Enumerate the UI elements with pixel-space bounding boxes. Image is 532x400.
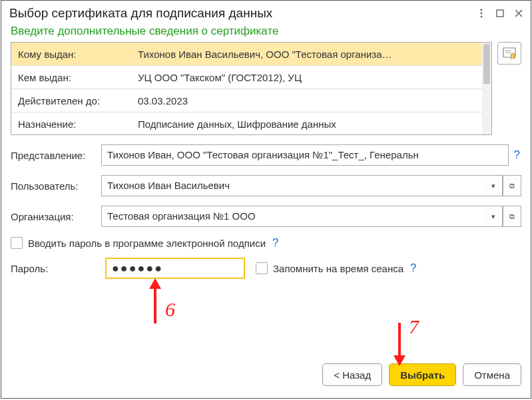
table-row[interactable]: Кому выдан: Тихонов Иван Васильевич, ООО… <box>11 43 482 66</box>
user-row: Пользователь: Тихонов Иван Васильевич ▾ … <box>11 175 521 196</box>
certificate-table[interactable]: Кому выдан: Тихонов Иван Васильевич, ООО… <box>11 42 492 135</box>
help-icon[interactable]: ? <box>271 236 280 250</box>
password-mode-row: Вводить пароль в программе электронной п… <box>11 236 521 250</box>
org-row: Организация: Тестовая организация №1 ООО… <box>11 206 521 227</box>
row-label: Кому выдан: <box>11 49 138 60</box>
help-icon[interactable]: ? <box>513 148 521 162</box>
titlebar: Выбор сертификата для подписания данных <box>1 1 531 23</box>
row-value: Подписание данных, Шифрование данных <box>138 118 482 130</box>
scroll-thumb[interactable] <box>483 44 490 84</box>
password-input[interactable]: ●●●●●● <box>105 258 245 279</box>
footer: < Назад Выбрать Отмена <box>11 357 521 391</box>
row-value: Тихонов Иван Васильевич, ООО "Тестовая о… <box>138 49 482 60</box>
annotation-number-7: 7 <box>409 315 419 338</box>
table-row[interactable]: Назначение: Подписание данных, Шифровани… <box>11 112 482 135</box>
row-label: Кем выдан: <box>11 72 138 83</box>
remember-label: Запомнить на время сеанса <box>273 263 403 274</box>
row-value: 03.03.2023 <box>138 95 482 106</box>
user-input[interactable]: Тихонов Иван Васильевич <box>101 175 484 196</box>
svg-point-0 <box>481 9 483 11</box>
table-row[interactable]: Кем выдан: УЦ ООО "Такском" (ГОСТ2012), … <box>11 66 482 89</box>
password-mode-checkbox[interactable] <box>11 237 23 249</box>
row-label: Действителен до: <box>11 95 138 106</box>
window-title: Выбор сертификата для подписания данных <box>9 6 476 21</box>
password-label: Пароль: <box>11 263 99 274</box>
scrollbar[interactable] <box>482 43 491 134</box>
table-row[interactable]: Действителен до: 03.03.2023 <box>11 89 482 112</box>
svg-rect-3 <box>497 10 503 17</box>
remember-checkbox[interactable] <box>256 262 268 274</box>
open-icon[interactable]: ⧉ <box>503 206 521 227</box>
close-icon[interactable] <box>513 8 524 19</box>
row-value: УЦ ООО "Такском" (ГОСТ2012), УЦ <box>138 72 482 83</box>
view-certificate-button[interactable] <box>497 42 521 65</box>
user-input-group: Тихонов Иван Васильевич ▾ ⧉ <box>101 175 521 196</box>
presentation-row: Представление: Тихонов Иван, ООО "Тестов… <box>11 144 521 166</box>
help-icon[interactable]: ? <box>409 262 417 275</box>
org-input-group: Тестовая организация №1 ООО ▾ ⧉ <box>101 206 521 227</box>
presentation-label: Представление: <box>11 150 97 161</box>
password-row: Пароль: ●●●●●● Запомнить на время сеанса… <box>11 258 521 279</box>
annotation-number-6: 6 <box>165 298 175 321</box>
user-label: Пользователь: <box>11 180 97 192</box>
svg-point-1 <box>481 13 483 15</box>
back-button[interactable]: < Назад <box>322 363 382 386</box>
subtitle: Введите дополнительные сведения о сертиф… <box>1 23 531 42</box>
svg-point-2 <box>481 16 483 18</box>
presentation-input[interactable]: Тихонов Иван, ООО "Тестовая организация … <box>101 144 509 166</box>
row-label: Назначение: <box>11 118 138 130</box>
password-mode-label: Вводить пароль в программе электронной п… <box>28 238 266 249</box>
content-area: Кому выдан: Тихонов Иван Васильевич, ООО… <box>1 42 531 398</box>
menu-icon[interactable] <box>476 8 487 19</box>
titlebar-buttons <box>476 8 524 19</box>
certificate-row: Кому выдан: Тихонов Иван Васильевич, ООО… <box>11 42 521 135</box>
choose-button[interactable]: Выбрать <box>389 363 456 386</box>
cancel-button[interactable]: Отмена <box>463 363 521 386</box>
open-icon[interactable]: ⧉ <box>503 175 521 196</box>
org-input[interactable]: Тестовая организация №1 ООО <box>101 206 484 227</box>
org-label: Организация: <box>11 211 97 222</box>
maximize-icon[interactable] <box>495 8 505 19</box>
dropdown-icon[interactable]: ▾ <box>484 206 503 227</box>
dialog-window: Выбор сертификата для подписания данных … <box>1 0 531 399</box>
dropdown-icon[interactable]: ▾ <box>484 175 503 196</box>
